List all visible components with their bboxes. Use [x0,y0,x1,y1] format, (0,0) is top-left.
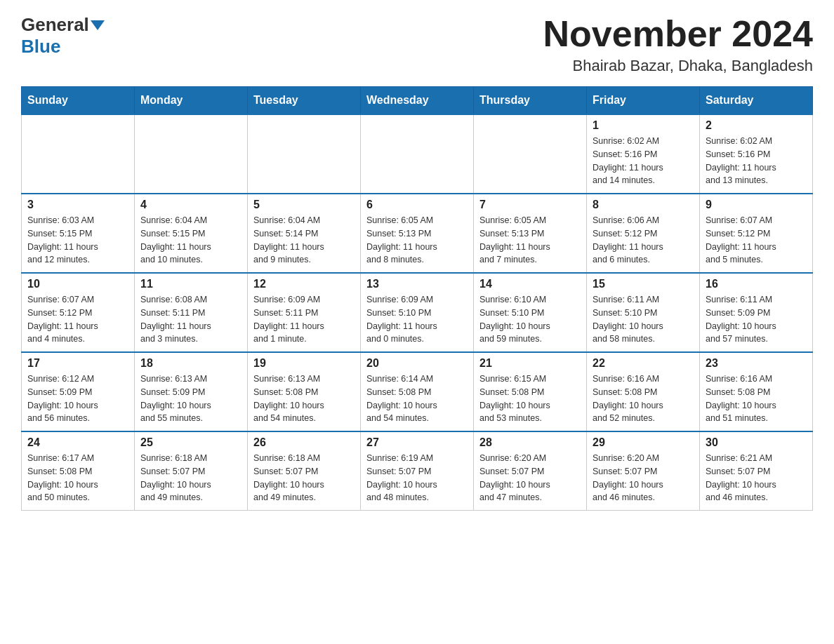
table-row: 9Sunrise: 6:07 AMSunset: 5:12 PMDaylight… [700,194,813,273]
day-number: 2 [706,119,807,132]
logo-general-text: General [21,14,89,36]
header-row: Sunday Monday Tuesday Wednesday Thursday… [22,87,813,115]
day-info: Sunrise: 6:02 AMSunset: 5:16 PMDaylight:… [593,135,694,187]
day-info: Sunrise: 6:07 AMSunset: 5:12 PMDaylight:… [706,214,807,267]
table-row: 19Sunrise: 6:13 AMSunset: 5:08 PMDayligh… [248,352,361,431]
table-row: 17Sunrise: 6:12 AMSunset: 5:09 PMDayligh… [22,352,135,431]
table-row: 6Sunrise: 6:05 AMSunset: 5:13 PMDaylight… [361,194,474,273]
col-monday: Monday [135,87,248,115]
day-info: Sunrise: 6:19 AMSunset: 5:07 PMDaylight:… [366,452,468,504]
table-row [248,114,361,194]
day-info: Sunrise: 6:20 AMSunset: 5:07 PMDaylight:… [479,452,581,504]
table-row: 21Sunrise: 6:15 AMSunset: 5:08 PMDayligh… [474,352,587,431]
table-row: 1Sunrise: 6:02 AMSunset: 5:16 PMDaylight… [587,114,700,194]
day-number: 22 [593,357,694,370]
col-friday: Friday [587,87,700,115]
table-row: 30Sunrise: 6:21 AMSunset: 5:07 PMDayligh… [700,431,813,511]
col-wednesday: Wednesday [361,87,474,115]
day-number: 24 [27,436,128,449]
table-row [361,114,474,194]
table-row: 26Sunrise: 6:18 AMSunset: 5:07 PMDayligh… [248,431,361,511]
day-number: 8 [593,199,694,211]
table-row: 5Sunrise: 6:04 AMSunset: 5:14 PMDaylight… [248,194,361,273]
table-row: 2Sunrise: 6:02 AMSunset: 5:16 PMDaylight… [700,114,813,194]
table-row: 10Sunrise: 6:07 AMSunset: 5:12 PMDayligh… [22,273,135,352]
table-row: 11Sunrise: 6:08 AMSunset: 5:11 PMDayligh… [135,273,248,352]
table-row: 22Sunrise: 6:16 AMSunset: 5:08 PMDayligh… [587,352,700,431]
day-info: Sunrise: 6:16 AMSunset: 5:08 PMDaylight:… [593,373,694,425]
table-row [22,114,135,194]
week-row: 24Sunrise: 6:17 AMSunset: 5:08 PMDayligh… [22,431,813,511]
day-number: 14 [479,278,581,290]
day-info: Sunrise: 6:08 AMSunset: 5:11 PMDaylight:… [140,293,241,346]
logo-blue-text: Blue [21,36,60,58]
day-number: 6 [366,199,468,211]
page-header: General Blue November 2024 Bhairab Bazar… [21,14,813,75]
day-info: Sunrise: 6:16 AMSunset: 5:08 PMDaylight:… [706,373,807,425]
col-saturday: Saturday [700,87,813,115]
day-info: Sunrise: 6:10 AMSunset: 5:10 PMDaylight:… [479,293,581,346]
day-info: Sunrise: 6:06 AMSunset: 5:12 PMDaylight:… [593,214,694,267]
day-info: Sunrise: 6:05 AMSunset: 5:13 PMDaylight:… [366,214,468,267]
table-row [135,114,248,194]
table-row: 29Sunrise: 6:20 AMSunset: 5:07 PMDayligh… [587,431,700,511]
col-sunday: Sunday [22,87,135,115]
table-row: 4Sunrise: 6:04 AMSunset: 5:15 PMDaylight… [135,194,248,273]
col-tuesday: Tuesday [248,87,361,115]
day-info: Sunrise: 6:02 AMSunset: 5:16 PMDaylight:… [706,135,807,187]
day-info: Sunrise: 6:18 AMSunset: 5:07 PMDaylight:… [253,452,355,504]
day-number: 28 [479,436,581,449]
day-number: 7 [479,199,581,211]
day-info: Sunrise: 6:13 AMSunset: 5:08 PMDaylight:… [253,373,355,425]
day-info: Sunrise: 6:21 AMSunset: 5:07 PMDaylight:… [706,452,807,504]
day-number: 10 [27,278,128,290]
day-number: 19 [253,357,355,370]
table-row: 20Sunrise: 6:14 AMSunset: 5:08 PMDayligh… [361,352,474,431]
table-row: 23Sunrise: 6:16 AMSunset: 5:08 PMDayligh… [700,352,813,431]
day-number: 29 [593,436,694,449]
day-number: 13 [366,278,468,290]
col-thursday: Thursday [474,87,587,115]
day-number: 20 [366,357,468,370]
table-row: 27Sunrise: 6:19 AMSunset: 5:07 PMDayligh… [361,431,474,511]
day-info: Sunrise: 6:13 AMSunset: 5:09 PMDaylight:… [140,373,241,425]
table-row: 7Sunrise: 6:05 AMSunset: 5:13 PMDaylight… [474,194,587,273]
table-row: 16Sunrise: 6:11 AMSunset: 5:09 PMDayligh… [700,273,813,352]
day-number: 23 [706,357,807,370]
location-title: Bhairab Bazar, Dhaka, Bangladesh [543,57,813,75]
day-info: Sunrise: 6:20 AMSunset: 5:07 PMDaylight:… [593,452,694,504]
day-number: 12 [253,278,355,290]
day-number: 25 [140,436,241,449]
day-info: Sunrise: 6:11 AMSunset: 5:10 PMDaylight:… [593,293,694,346]
logo: General Blue [21,14,105,58]
table-row: 12Sunrise: 6:09 AMSunset: 5:11 PMDayligh… [248,273,361,352]
day-info: Sunrise: 6:12 AMSunset: 5:09 PMDaylight:… [27,373,128,425]
day-info: Sunrise: 6:04 AMSunset: 5:15 PMDaylight:… [140,214,241,267]
day-info: Sunrise: 6:05 AMSunset: 5:13 PMDaylight:… [479,214,581,267]
table-row: 15Sunrise: 6:11 AMSunset: 5:10 PMDayligh… [587,273,700,352]
day-info: Sunrise: 6:18 AMSunset: 5:07 PMDaylight:… [140,452,241,504]
table-row: 8Sunrise: 6:06 AMSunset: 5:12 PMDaylight… [587,194,700,273]
table-row: 25Sunrise: 6:18 AMSunset: 5:07 PMDayligh… [135,431,248,511]
day-info: Sunrise: 6:17 AMSunset: 5:08 PMDaylight:… [27,452,128,504]
table-row [474,114,587,194]
table-row: 28Sunrise: 6:20 AMSunset: 5:07 PMDayligh… [474,431,587,511]
day-number: 26 [253,436,355,449]
month-title: November 2024 [543,14,813,54]
day-number: 1 [593,119,694,132]
table-row: 3Sunrise: 6:03 AMSunset: 5:15 PMDaylight… [22,194,135,273]
day-number: 4 [140,199,241,211]
title-area: November 2024 Bhairab Bazar, Dhaka, Bang… [543,14,813,75]
day-number: 5 [253,199,355,211]
calendar-table: Sunday Monday Tuesday Wednesday Thursday… [21,86,813,511]
day-number: 18 [140,357,241,370]
day-info: Sunrise: 6:09 AMSunset: 5:10 PMDaylight:… [366,293,468,346]
day-number: 11 [140,278,241,290]
week-row: 3Sunrise: 6:03 AMSunset: 5:15 PMDaylight… [22,194,813,273]
day-info: Sunrise: 6:07 AMSunset: 5:12 PMDaylight:… [27,293,128,346]
table-row: 14Sunrise: 6:10 AMSunset: 5:10 PMDayligh… [474,273,587,352]
day-number: 17 [27,357,128,370]
day-number: 30 [706,436,807,449]
day-info: Sunrise: 6:15 AMSunset: 5:08 PMDaylight:… [479,373,581,425]
day-info: Sunrise: 6:04 AMSunset: 5:14 PMDaylight:… [253,214,355,267]
